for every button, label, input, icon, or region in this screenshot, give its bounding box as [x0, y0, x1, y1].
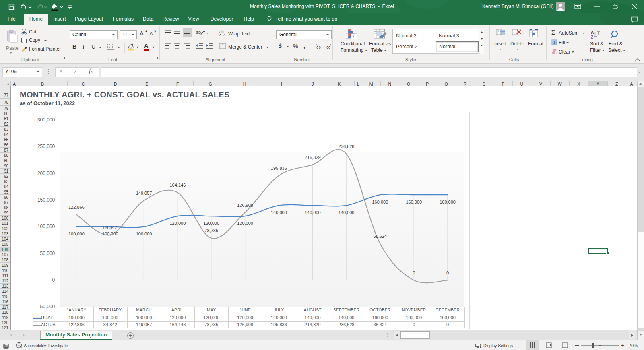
svg-text:≠: ≠	[352, 34, 355, 39]
svg-text:0: 0	[319, 45, 321, 49]
svg-text:Z: Z	[591, 35, 593, 39]
svg-text:.00: .00	[326, 45, 330, 49]
svg-text:c: c	[219, 33, 221, 37]
svg-text:A: A	[591, 30, 594, 35]
svg-text:.0: .0	[316, 45, 318, 49]
svg-text:ab: ab	[196, 30, 201, 35]
